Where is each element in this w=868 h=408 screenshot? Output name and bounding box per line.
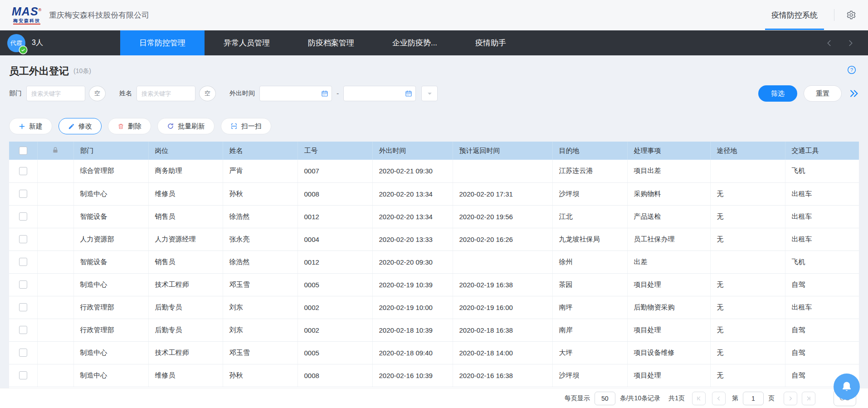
lock-cell xyxy=(37,319,73,341)
cell: 制造中心 xyxy=(73,182,148,205)
cell: 无 xyxy=(710,205,785,228)
table-row[interactable]: 综合管理部商务助理严肯00072020-02-21 09:30江苏连云港项目出差… xyxy=(9,160,859,182)
filter-button[interactable]: 筛选 xyxy=(758,85,797,102)
row-checkbox[interactable] xyxy=(19,167,27,175)
scan-button[interactable]: 扫一扫 xyxy=(221,118,271,134)
row-checkbox[interactable] xyxy=(19,303,27,311)
cell: 严肯 xyxy=(223,160,297,182)
table-head: 部门岗位姓名工号外出时间预计返回时间目的地处理事项途径地交通工具 xyxy=(9,142,859,160)
cell: 2020-02-21 09:30 xyxy=(372,160,453,182)
column-header: 部门 xyxy=(73,142,148,160)
column-header: 目的地 xyxy=(552,142,627,160)
table-row[interactable]: 行政管理部后勤专员刘东00022020-02-18 10:392020-02-1… xyxy=(9,319,859,341)
help-icon[interactable]: ? xyxy=(847,65,856,74)
row-checkbox[interactable] xyxy=(19,235,27,243)
notification-bell-button[interactable] xyxy=(834,374,860,400)
row-checkbox[interactable] xyxy=(19,371,27,379)
row-checkbox[interactable] xyxy=(19,212,27,221)
cell: 徐浩然 xyxy=(223,205,297,228)
lock-cell xyxy=(37,296,73,319)
row-checkbox[interactable] xyxy=(19,190,27,198)
name-search-input[interactable] xyxy=(137,86,195,101)
first-page-button[interactable] xyxy=(692,392,706,405)
nav-next-icon[interactable] xyxy=(846,39,854,47)
next-page-icon xyxy=(787,395,794,402)
cell: 智能设备 xyxy=(73,251,148,273)
cell: 南坪 xyxy=(552,296,627,319)
cell: 出租车 xyxy=(785,228,859,251)
cell: 沙坪坝 xyxy=(552,364,627,387)
filter-actions: 筛选 重置 xyxy=(758,85,859,102)
create-button[interactable]: 新建 xyxy=(9,118,52,134)
calendar-icon[interactable] xyxy=(321,90,328,97)
nav-tab[interactable]: 企业防疫势... xyxy=(373,30,456,55)
scan-icon xyxy=(230,123,238,130)
row-checkbox[interactable] xyxy=(19,258,27,266)
cell: 2020-02-16 16:38 xyxy=(453,364,552,387)
cell: 无 xyxy=(710,319,785,341)
table-row[interactable]: 智能设备销售员徐浩然00122020-02-20 09:30徐州出差飞机 xyxy=(9,251,859,273)
row-checkbox[interactable] xyxy=(19,280,27,289)
page-size-input[interactable] xyxy=(595,392,615,405)
select-all-checkbox[interactable] xyxy=(19,147,27,155)
page-prefix: 第 xyxy=(732,394,738,403)
table-row[interactable]: 行政管理部后勤专员刘东00022020-02-19 10:002020-02-1… xyxy=(9,296,859,319)
cell: 员工社保办理 xyxy=(627,228,710,251)
edit-button[interactable]: 修改 xyxy=(59,118,102,134)
prev-page-button[interactable] xyxy=(712,392,726,405)
table-row[interactable]: 制造中心技术工程师邓玉雪00052020-02-18 09:402020-02-… xyxy=(9,341,859,364)
name-empty-button[interactable]: 空 xyxy=(199,86,216,101)
records-label: 条/共10条记录 xyxy=(620,394,660,403)
cell: 项目设备维修 xyxy=(627,341,710,364)
cell: 2020-02-20 16:26 xyxy=(453,228,552,251)
table-row[interactable]: 人力资源部人力资源经理张永亮00042020-02-20 13:332020-0… xyxy=(9,228,859,251)
table-row[interactable]: 制造中心维修员孙秋00082020-02-16 10:392020-02-16 … xyxy=(9,364,859,387)
edit-icon xyxy=(68,123,75,130)
cell: 江北 xyxy=(552,205,627,228)
company-logo: MAS® 梅安森科技 xyxy=(12,6,42,25)
nav-prev-icon[interactable] xyxy=(825,39,834,47)
cell: 2020-02-16 10:39 xyxy=(372,364,453,387)
double-chevron-icon[interactable] xyxy=(849,88,859,98)
next-page-button[interactable] xyxy=(784,392,797,405)
row-checkbox[interactable] xyxy=(19,349,27,357)
lock-cell xyxy=(37,160,73,182)
cell: 无 xyxy=(710,228,785,251)
row-checkbox[interactable] xyxy=(19,326,27,334)
cell: 销售员 xyxy=(148,205,223,228)
batch-refresh-button[interactable]: 批量刷新 xyxy=(157,118,215,134)
table-row[interactable]: 智能设备销售员徐浩然00122020-02-20 13:342020-02-20… xyxy=(9,205,859,228)
table-row[interactable]: 制造中心技术工程师邓玉雪00052020-02-19 10:392020-02-… xyxy=(9,273,859,296)
column-header: 外出时间 xyxy=(372,142,453,160)
nav-tab[interactable]: 日常防控管理 xyxy=(120,30,205,55)
caret-down-icon xyxy=(427,91,433,97)
cell: 出租车 xyxy=(785,296,859,319)
lock-cell xyxy=(37,205,73,228)
nav-tab[interactable]: 疫情助手 xyxy=(456,30,525,55)
dept-search-input[interactable] xyxy=(26,86,85,101)
dept-empty-button[interactable]: 空 xyxy=(89,86,106,101)
cell: 2020-02-18 10:39 xyxy=(372,319,453,341)
cell: 技术工程师 xyxy=(148,341,223,364)
avatar[interactable]: 代霞 xyxy=(7,34,25,52)
table-row[interactable]: 制造中心维修员孙秋00082020-02-20 13:342020-02-20 … xyxy=(9,182,859,205)
delete-button[interactable]: 删除 xyxy=(108,118,151,134)
cell: 项目处理 xyxy=(627,273,710,296)
system-tab[interactable]: 疫情防控系统 xyxy=(767,0,822,30)
filter-expand-button[interactable] xyxy=(421,86,438,101)
nav-tab[interactable]: 异常人员管理 xyxy=(205,30,289,55)
nav-tab[interactable]: 防疫档案管理 xyxy=(289,30,373,55)
cell: 0002 xyxy=(297,319,372,341)
cell: 自驾 xyxy=(785,341,859,364)
plus-icon xyxy=(19,123,25,130)
last-page-button[interactable] xyxy=(802,392,815,405)
lock-cell xyxy=(37,273,73,296)
cell: 2020-02-20 13:33 xyxy=(372,228,453,251)
gear-icon[interactable] xyxy=(846,10,856,20)
calendar-icon[interactable] xyxy=(405,90,412,97)
current-page-input[interactable] xyxy=(743,392,764,405)
nav-arrows xyxy=(825,30,868,55)
user-area: 代霞 xyxy=(0,30,25,55)
reset-button[interactable]: 重置 xyxy=(804,85,842,102)
content: 员工外出登记 (10条) ? 部门 空 姓名 空 外出时间 - xyxy=(0,55,868,393)
